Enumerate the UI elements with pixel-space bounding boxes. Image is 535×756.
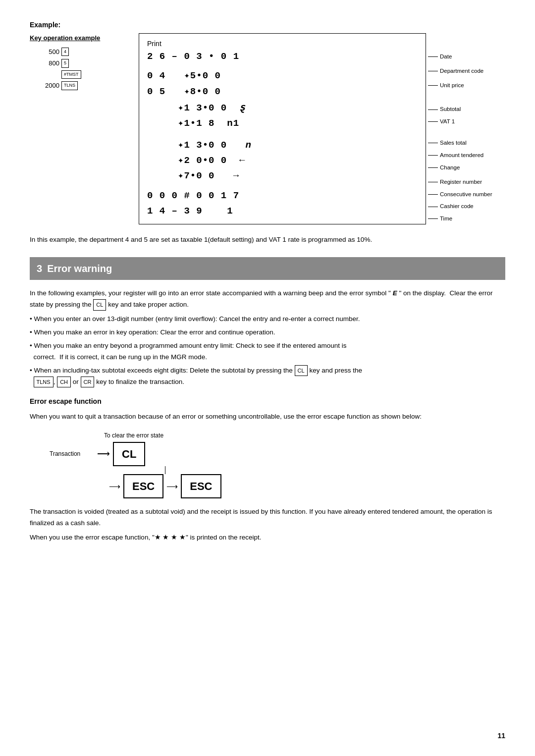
ann-dash <box>428 121 438 122</box>
arrow4: ⟶ <box>166 480 178 493</box>
cl-key-diagram: CL <box>113 442 145 466</box>
amount-2000: 2000 <box>30 81 59 91</box>
key-tmst: #TMST <box>61 70 81 79</box>
error-symbol: E <box>393 289 397 297</box>
ann-reg-text: Register number <box>440 178 482 186</box>
arrow3: ⟶ <box>109 480 120 493</box>
receipt-line-subtotal: ✦1 3•0 0 ȿ <box>147 100 418 116</box>
receipt-line-vat: ✦1•1 8 n1 <box>147 116 418 131</box>
example-label: Example: <box>30 20 505 30</box>
key-operation-col: Key operation example 500 4 800 5 #TMST … <box>30 33 139 224</box>
error-intro: In the following examples, your register… <box>30 288 505 311</box>
cl-key-inline2: CL <box>295 365 308 377</box>
esc-key-1: ESC <box>123 474 163 498</box>
error-warning-body: In the following examples, your register… <box>30 288 505 543</box>
diagram-row2: ⟶ ESC ⟶ ESC <box>109 474 221 498</box>
receipt-lines: 2 6 – 0 3 • 0 1 0 4 ✦5•0 0 0 5 ✦8•0 0 ✦1… <box>147 49 418 219</box>
ann-subtotal: Subtotal <box>428 104 505 115</box>
receipt-line-tendered: ✦2 0•0 0 ← <box>147 153 418 168</box>
key-5: 5 <box>61 59 69 68</box>
ann-dept-text: Department code <box>440 67 483 75</box>
key-4: 4 <box>61 48 69 56</box>
page-number: 11 <box>497 731 505 741</box>
ann-cashier: Cashier code <box>428 201 505 212</box>
ann-change: Change <box>428 162 505 173</box>
ann-date: Date <box>428 51 505 62</box>
diagram-row1: Transaction ⟶ CL <box>50 442 505 466</box>
transaction-label: Transaction <box>50 449 94 459</box>
ann-dash <box>428 167 438 168</box>
ch-key-inline: CH <box>57 377 71 388</box>
esc-key-2: ESC <box>181 474 221 498</box>
ann-tendered: Amount tendered <box>428 150 505 161</box>
ann-dash <box>428 56 438 57</box>
receipt-line-consec: 0 0 0 # 0 0 1 7 <box>147 188 418 204</box>
ann-cashier-text: Cashier code <box>440 202 474 211</box>
key-tlns: TLNS <box>61 81 78 90</box>
bullet-2: When you make an error in key operation:… <box>30 327 505 338</box>
ann-subtotal-text: Subtotal <box>440 105 461 113</box>
receipt-line-sales-total: ✦1 3•0 0 n <box>147 138 418 153</box>
ann-sales-text: Sales total <box>440 139 467 147</box>
key-entry-2000: 2000 TLNS <box>30 81 139 91</box>
ann-date-text: Date <box>440 53 452 61</box>
bullet-4: When an including-tax subtotal exceeds e… <box>30 365 505 388</box>
cr-key-inline: CR <box>81 377 95 388</box>
ann-change-text: Change <box>440 163 460 172</box>
print-header: Print <box>147 39 418 49</box>
key-entry-800: 800 5 <box>30 58 139 68</box>
receipt-box: Print 2 6 – 0 3 • 0 1 0 4 ✦5•0 0 0 5 ✦8•… <box>139 33 426 224</box>
ann-consec: Consecutive number <box>428 189 505 200</box>
escape-diagram: To clear the error state Transaction ⟶ C… <box>50 431 505 498</box>
amount-500: 500 <box>30 47 59 57</box>
error-escape-title: Error escape function <box>30 396 505 408</box>
ann-dept: Department code <box>428 65 505 76</box>
example-section: Key operation example 500 4 800 5 #TMST … <box>30 33 505 224</box>
ann-dash <box>428 109 438 110</box>
cl-key-inline: CL <box>93 299 106 311</box>
key-entry-tmst: #TMST <box>30 70 139 79</box>
receipt-line-cashier: 1 4 – 3 9 1 <box>147 204 418 219</box>
escape-desc3: When you use the error escape function, … <box>30 532 505 543</box>
escape-desc2: The transaction is voided (treated as a … <box>30 506 505 529</box>
bullet-3: When you make an entry beyond a programm… <box>30 340 505 363</box>
ann-sales: Sales total <box>428 138 505 149</box>
receipt-line-05: 0 5 ✦8•0 0 <box>147 84 418 100</box>
ann-dash <box>428 71 438 71</box>
escape-desc1: When you want to quit a transaction beca… <box>30 411 505 423</box>
ann-time: Time <box>428 214 505 224</box>
description-text: In this example, the department 4 and 5 … <box>30 234 505 245</box>
arrow1: ⟶ <box>97 446 110 462</box>
ann-dash <box>428 182 438 182</box>
annotations: Date Department code Unit price Subtotal… <box>426 33 505 224</box>
ann-dash <box>428 155 438 156</box>
ann-tendered-text: Amount tendered <box>440 151 483 160</box>
diagram-connector: ⟶ ESC ⟶ ESC <box>50 466 505 498</box>
ann-dash <box>428 143 438 143</box>
ann-vat-text: VAT 1 <box>440 117 455 126</box>
section-number: 3 <box>37 261 42 276</box>
ann-reg: Register number <box>428 176 505 187</box>
vert-branch: ⟶ ESC ⟶ ESC <box>109 466 221 498</box>
ann-unit-text: Unit price <box>440 81 464 90</box>
ann-dash <box>428 85 438 86</box>
ann-consec-text: Consecutive number <box>440 190 492 199</box>
ann-unit: Unit price <box>428 80 505 91</box>
tlns-key-inline: TLNS <box>34 377 54 388</box>
diagram-label-top: To clear the error state <box>104 431 505 440</box>
receipt-area: Print 2 6 – 0 3 • 0 1 0 4 ✦5•0 0 0 5 ✦8•… <box>139 33 505 224</box>
section-header-error-warning: 3 Error warning <box>30 257 505 280</box>
vert-line <box>165 466 165 474</box>
ann-dash <box>428 207 438 207</box>
ann-dash <box>428 218 438 219</box>
key-operation-header: Key operation example <box>30 33 139 43</box>
amount-800: 800 <box>30 58 59 68</box>
ann-dash <box>428 194 438 195</box>
receipt-line-04: 0 4 ✦5•0 0 <box>147 68 418 84</box>
section-title: Error warning <box>47 261 112 276</box>
key-entry-500: 500 4 <box>30 47 139 57</box>
bullet-1: When you enter an over 13-digit number (… <box>30 314 505 325</box>
bullet-list: When you enter an over 13-digit number (… <box>30 314 505 388</box>
receipt-line-change: ✦7•0 0 → <box>147 168 418 184</box>
receipt-line-date: 2 6 – 0 3 • 0 1 <box>147 49 418 64</box>
